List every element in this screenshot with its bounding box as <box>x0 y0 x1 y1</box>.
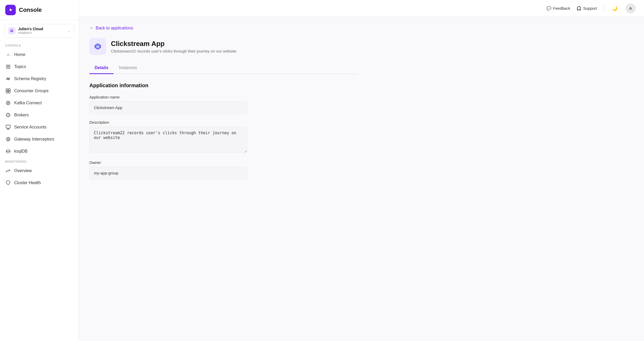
svg-rect-1 <box>6 66 10 67</box>
section-title: Application information <box>89 82 357 89</box>
svg-point-10 <box>8 115 9 116</box>
main-area: 💬 Feedback 🎧 Support 🌙 A ← Back to appli… <box>79 0 644 341</box>
svg-rect-4 <box>8 89 10 91</box>
sidebar-item-schema-registry[interactable]: Schema Registry <box>0 73 79 85</box>
monitoring-section-label: MONITORING <box>0 157 79 165</box>
console-section-label: CONSOLE <box>0 41 79 49</box>
svg-point-7 <box>6 101 10 105</box>
moon-icon: 🌙 <box>612 6 617 11</box>
home-icon: ⌂ <box>5 52 11 58</box>
org-sub: shadow-it <box>18 31 65 35</box>
svg-rect-5 <box>6 91 8 93</box>
theme-toggle-button[interactable]: 🌙 <box>610 4 619 13</box>
ksqldb-icon <box>5 148 11 154</box>
sidebar-item-overview-label: Overview <box>14 168 32 173</box>
sidebar-item-gateway-interceptors[interactable]: Gateway Interceptors <box>0 133 79 145</box>
app-name-group: Application name <box>89 95 357 114</box>
logo-icon: ✦ <box>5 5 16 15</box>
description-label: Description <box>89 120 357 125</box>
avatar[interactable]: A <box>626 3 636 13</box>
feedback-button[interactable]: 💬 Feedback <box>546 6 570 11</box>
tab-details[interactable]: Details <box>89 62 114 74</box>
support-button[interactable]: 🎧 Support <box>576 6 597 11</box>
sidebar-header: ✦ Console <box>0 0 79 20</box>
app-title: Console <box>19 7 42 13</box>
sidebar-item-topics[interactable]: Topics <box>0 61 79 73</box>
org-selector[interactable]: 🏛 Julien's Cloud shadow-it ⌄ <box>4 24 74 38</box>
sidebar-item-topics-label: Topics <box>14 64 26 69</box>
sidebar-item-kafka-connect[interactable]: Kafka Connect <box>0 97 79 109</box>
sidebar-item-consumer-groups-label: Consumer Groups <box>14 89 49 93</box>
topbar-divider <box>603 4 604 12</box>
consumer-groups-icon <box>5 88 11 94</box>
svg-point-8 <box>7 102 9 104</box>
feedback-icon: 💬 <box>546 6 551 11</box>
app-description: Clickstream22 records user's clicks thro… <box>111 49 236 53</box>
topics-icon <box>5 64 11 70</box>
sidebar-item-home[interactable]: ⌂ Home <box>0 49 79 61</box>
back-to-applications-link[interactable]: ← Back to applications <box>89 25 357 31</box>
svg-rect-3 <box>6 89 8 91</box>
svg-point-21 <box>6 150 10 151</box>
brokers-icon <box>5 112 11 118</box>
tabs-bar: Details Instances <box>89 62 357 74</box>
overview-icon <box>5 168 11 174</box>
svg-point-20 <box>8 139 8 140</box>
sidebar: ✦ Console 🏛 Julien's Cloud shadow-it ⌄ C… <box>0 0 79 341</box>
svg-rect-0 <box>6 65 10 66</box>
back-arrow-icon: ← <box>89 25 94 31</box>
owner-group: Owner <box>89 160 357 179</box>
org-icon: 🏛 <box>8 27 16 34</box>
org-name: Julien's Cloud <box>18 27 65 31</box>
svg-point-22 <box>6 151 10 153</box>
cluster-health-icon <box>5 180 11 186</box>
description-input[interactable]: Clickstream22 records user's clicks thro… <box>89 127 247 153</box>
sidebar-item-overview[interactable]: Overview <box>0 165 79 177</box>
content-area: ← Back to applications Clickstream App C… <box>79 17 368 194</box>
sidebar-item-cluster-health-label: Cluster Health <box>14 180 41 185</box>
owner-input[interactable] <box>89 167 247 179</box>
app-header: Clickstream App Clickstream22 records us… <box>89 38 357 55</box>
app-name-label: Application name <box>89 95 357 99</box>
svg-rect-6 <box>8 91 10 93</box>
sidebar-item-ksqldb[interactable]: ksqlDB <box>0 145 79 157</box>
sidebar-item-consumer-groups[interactable]: Consumer Groups <box>0 85 79 97</box>
service-accounts-icon <box>5 124 11 130</box>
gateway-interceptors-icon <box>5 136 11 142</box>
svg-rect-2 <box>6 68 10 69</box>
chevron-down-icon: ⌄ <box>67 29 70 33</box>
owner-label: Owner <box>89 160 357 165</box>
sidebar-item-home-label: Home <box>14 52 25 57</box>
topbar: 💬 Feedback 🎧 Support 🌙 A <box>79 0 644 17</box>
svg-rect-15 <box>6 125 10 128</box>
sidebar-item-cluster-health[interactable]: Cluster Health <box>0 177 79 189</box>
sidebar-item-service-accounts-label: Service Accounts <box>14 125 47 130</box>
app-name: Clickstream App <box>111 40 236 48</box>
app-name-input[interactable] <box>89 101 247 114</box>
sidebar-item-service-accounts[interactable]: Service Accounts <box>0 121 79 133</box>
schema-registry-icon <box>5 76 11 82</box>
sidebar-item-brokers-label: Brokers <box>14 113 29 117</box>
description-group: Description Clickstream22 records user's… <box>89 120 357 154</box>
sidebar-item-gateway-interceptors-label: Gateway Interceptors <box>14 137 54 142</box>
sidebar-item-brokers[interactable]: Brokers <box>0 109 79 121</box>
support-icon: 🎧 <box>576 6 581 11</box>
app-icon <box>89 38 106 55</box>
sidebar-item-schema-registry-label: Schema Registry <box>14 76 46 81</box>
tab-instances[interactable]: Instances <box>114 62 142 74</box>
sidebar-item-kafka-connect-label: Kafka Connect <box>14 101 42 105</box>
kafka-connect-icon <box>5 100 11 106</box>
sidebar-item-ksqldb-label: ksqlDB <box>14 149 28 154</box>
